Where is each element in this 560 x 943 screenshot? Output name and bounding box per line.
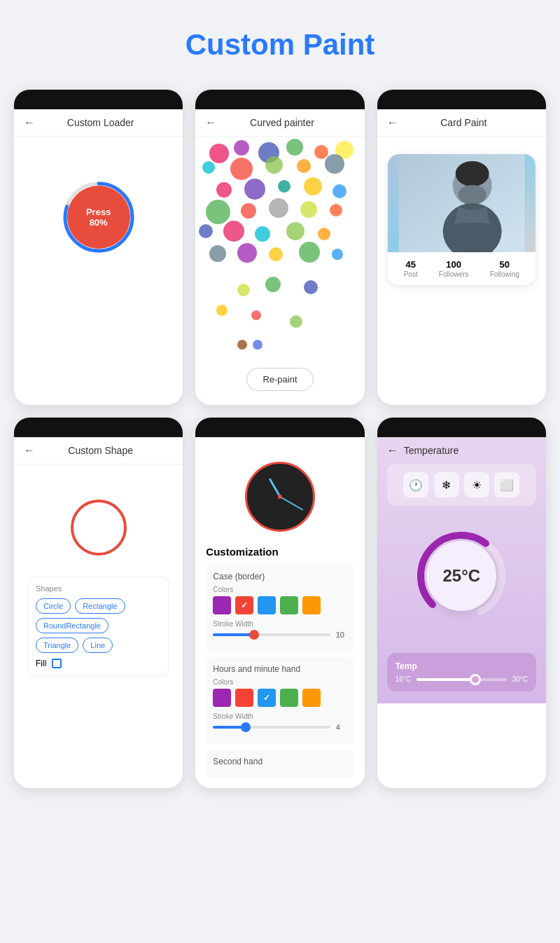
swatch-red-2[interactable] [235,689,253,707]
card-header: ← Card Paint [377,109,546,137]
dot [300,201,317,218]
slider-fill-1 [213,633,254,636]
temp-track[interactable] [416,678,507,681]
fill-label: Fill [36,659,46,668]
btn-circle[interactable]: Circle [36,598,71,614]
following-num: 50 [490,259,519,270]
case-section: Case (border) Colors Stroke Width 10 [206,565,354,652]
temp-icon-sun[interactable]: ☀ [464,472,489,497]
title-plain: Custom [186,28,295,61]
temp-range: 16°C 30°C [396,675,528,683]
phone-notch-shape [14,418,183,437]
temp-icon-clock[interactable]: 🕐 [403,472,428,497]
temp-icon-screen[interactable]: ⬜ [494,472,519,497]
phone-custom-shape: ← Custom Shape Shapes Circle Rectangle R… [14,418,183,788]
case-label: Case (border) [213,572,346,581]
stat-posts: 45 Post [404,259,418,278]
phone-row-2: ← Custom Shape Shapes Circle Rectangle R… [14,418,546,788]
temp-knob[interactable] [470,674,481,685]
slider-track-1[interactable] [213,633,330,636]
title-accent: Paint [303,28,375,61]
temp-icon-snow[interactable]: ❄ [434,472,459,497]
btn-round-rectangle[interactable]: RoundRectangle [36,618,108,633]
followers-label: Followers [439,270,469,278]
btn-line[interactable]: Line [83,638,113,653]
shape-buttons-row2: Triangle Line [36,638,161,653]
back-arrow-shape[interactable]: ← [24,444,35,457]
shape-title: Custom Shape [42,445,159,456]
back-arrow-loader[interactable]: ← [24,116,35,129]
swatch-purple-1[interactable] [213,596,231,614]
fill-checkbox[interactable] [52,659,62,668]
swatch-green-2[interactable] [280,689,298,707]
dot [290,315,302,328]
repaint-button[interactable]: Re-paint [246,368,313,391]
dot [325,154,344,174]
dot [265,156,283,174]
dot [330,204,342,216]
clock-content: Customization Case (border) Colors Strok… [195,437,364,788]
temp-header: ← Temperature [377,437,546,464]
analog-clock [245,462,315,532]
back-arrow-temp[interactable]: ← [387,444,398,457]
dot [269,198,288,218]
btn-triangle[interactable]: Triangle [36,638,78,653]
phone-custom-loader: ← Custom Loader Press 80% [14,90,183,405]
dot [241,203,256,219]
second-label: Second hand [213,757,346,766]
swatch-blue-2[interactable] [258,689,276,707]
temp-gauge-container: 25°C [377,506,546,646]
temp-fill [416,678,475,681]
svg-point-5 [458,185,486,205]
dot [209,245,226,262]
temp-content: ← Temperature 🕐 ❄ ☀ ⬜ 25°C [377,437,546,703]
dots-container [195,137,364,361]
swatch-blue-1[interactable] [258,596,276,614]
repaint-container: Re-paint [195,368,364,405]
dot [237,284,250,296]
card-content: 45 Post 100 Followers 50 Following [377,137,546,303]
page-title: Custom Paint [14,28,546,62]
dot [297,159,311,173]
curved-content[interactable]: Re-paint [195,137,364,405]
slider-thumb-1[interactable] [249,630,259,640]
posts-label: Post [404,270,418,278]
stat-following: 50 Following [490,259,519,278]
dot [332,184,346,198]
color-swatches-2 [213,689,346,707]
shape-display [28,479,169,577]
stat-followers: 100 Followers [439,259,469,278]
colors-label-1: Colors [213,586,346,593]
shape-buttons-row1: Circle Rectangle RoundRectangle [36,598,161,633]
swatch-orange-2[interactable] [302,689,321,707]
loader-content: Press 80% [14,137,183,298]
card-title: Card Paint [405,117,522,128]
circle-loader[interactable]: Press 80% [60,179,137,256]
profile-stats: 45 Post 100 Followers 50 Following [388,252,536,285]
swatch-orange-1[interactable] [302,596,321,614]
loader-inner: Press 80% [67,186,130,249]
back-arrow-curved[interactable]: ← [205,116,216,129]
slider-val-2: 4 [336,723,347,731]
temp-title: Temperature [404,445,459,456]
dot [304,177,322,195]
dot [223,221,244,242]
btn-rectangle[interactable]: Rectangle [75,598,125,614]
slider-track-2[interactable] [213,726,330,729]
phone-curved-painter: ← Curved painter [195,90,364,405]
temp-gauge: 25°C [412,527,510,625]
dot [216,305,227,316]
slider-row-2: 4 [213,723,346,731]
slider-val-1: 10 [336,631,347,639]
press-label: Press [86,207,111,217]
dot [209,144,229,163]
temp-slider-label: Temp [396,661,528,671]
dot [304,280,318,294]
slider-thumb-2[interactable] [241,722,251,732]
phone-notch-clock [195,418,364,437]
swatch-red-1[interactable] [235,596,253,614]
back-arrow-card[interactable]: ← [387,116,398,129]
swatch-green-1[interactable] [280,596,298,614]
swatch-purple-2[interactable] [213,689,231,707]
dot [255,226,270,242]
